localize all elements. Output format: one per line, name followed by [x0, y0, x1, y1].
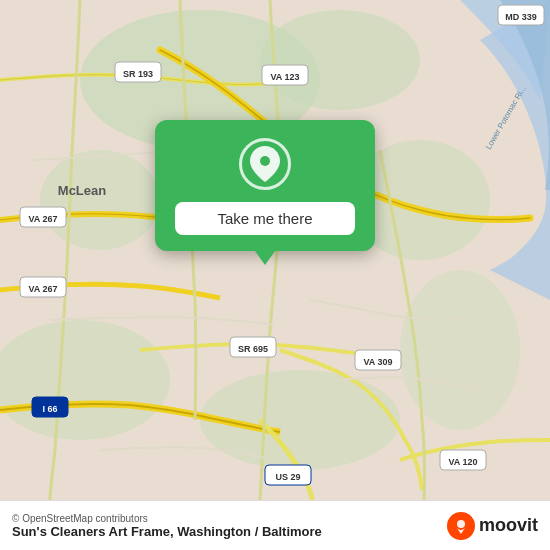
pin-icon — [250, 146, 280, 182]
svg-text:VA 123: VA 123 — [270, 72, 299, 82]
svg-point-2 — [260, 10, 420, 110]
location-icon-circle — [239, 138, 291, 190]
svg-text:SR 695: SR 695 — [238, 344, 268, 354]
svg-text:McLean: McLean — [58, 183, 106, 198]
moovit-symbol — [453, 518, 469, 534]
map-background: SR 193 VA 123 VA 267 VA 267 SR 695 VA 30… — [0, 0, 550, 500]
svg-text:VA 267: VA 267 — [28, 214, 57, 224]
moovit-icon — [447, 512, 475, 540]
location-popup: Take me there — [155, 120, 375, 251]
svg-point-3 — [40, 150, 160, 250]
svg-text:MD 339: MD 339 — [505, 12, 537, 22]
svg-text:US 29: US 29 — [275, 472, 300, 482]
svg-point-32 — [260, 156, 270, 166]
svg-text:VA 267: VA 267 — [28, 284, 57, 294]
svg-point-33 — [457, 520, 465, 528]
bottom-bar: © OpenStreetMap contributors Sun's Clean… — [0, 500, 550, 550]
svg-text:SR 193: SR 193 — [123, 69, 153, 79]
moovit-logo: moovit — [447, 512, 538, 540]
svg-text:I 66: I 66 — [42, 404, 57, 414]
svg-text:VA 120: VA 120 — [448, 457, 477, 467]
moovit-label: moovit — [479, 515, 538, 536]
take-me-there-button[interactable]: Take me there — [175, 202, 355, 235]
location-info: © OpenStreetMap contributors Sun's Clean… — [12, 513, 322, 539]
svg-text:VA 309: VA 309 — [363, 357, 392, 367]
svg-point-7 — [400, 270, 520, 430]
location-name: Sun's Cleaners Art Frame, Washington / B… — [12, 524, 322, 539]
osm-attribution: © OpenStreetMap contributors — [12, 513, 322, 524]
